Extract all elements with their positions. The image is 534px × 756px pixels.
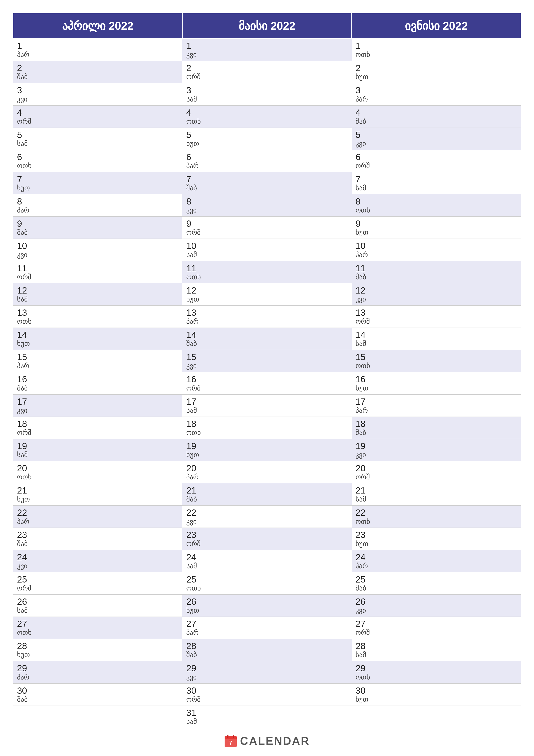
day-name: პარ	[186, 318, 348, 325]
day-number: 10	[186, 241, 348, 251]
day-number: 13	[17, 308, 179, 318]
day-number: 5	[186, 130, 348, 140]
day-name: ორშ	[17, 118, 179, 125]
day-name: ორშ	[355, 629, 517, 636]
day-number: 19	[17, 441, 179, 451]
day-number: 7	[355, 174, 517, 184]
day-number: 8	[186, 197, 348, 206]
day-number: 6	[186, 152, 348, 162]
day-number: 14	[186, 330, 348, 340]
day-number: 4	[17, 108, 179, 118]
calendar-table: აპრილი 2022 მაისი 2022 ივნისი 2022 1პარ1…	[13, 13, 521, 728]
day-name: სამ	[17, 140, 179, 148]
day-number: 16	[355, 374, 517, 384]
header-row: აპრილი 2022 მაისი 2022 ივნისი 2022	[13, 13, 521, 39]
table-row: 4ორშ4ოთხ4შაბ	[13, 105, 521, 127]
day-name: ორშ	[186, 73, 348, 81]
day-name: სამ	[355, 496, 517, 503]
table-row: 6ოთხ6პარ6ორშ	[13, 150, 521, 172]
day-name: პარ	[17, 206, 179, 214]
day-number: 15	[355, 352, 517, 362]
day-name: პარ	[186, 473, 348, 481]
day-number: 23	[355, 530, 517, 540]
day-number: 25	[17, 575, 179, 584]
day-number: 18	[355, 419, 517, 429]
day-number: 16	[186, 374, 348, 384]
day-name: შაბ	[186, 496, 348, 503]
day-name: ორშ	[186, 696, 348, 703]
day-number: 1	[186, 41, 348, 51]
day-number: 8	[17, 197, 179, 206]
day-number: 16	[17, 374, 179, 384]
day-name: სამ	[355, 340, 517, 347]
calendar-icon: 7	[224, 735, 237, 747]
day-number: 21	[355, 486, 517, 496]
day-name: პარ	[186, 162, 348, 170]
day-number: 5	[17, 130, 179, 140]
table-row: 26სამ26ხუთ26კვი	[13, 594, 521, 617]
day-number: 29	[17, 663, 179, 673]
day-name: შაბ	[186, 651, 348, 659]
day-name: კვი	[355, 451, 517, 459]
day-number: 28	[355, 641, 517, 651]
day-number: 23	[17, 530, 179, 540]
day-number: 1	[355, 41, 517, 51]
day-number: 11	[355, 263, 517, 273]
day-name: ოთხ	[186, 273, 348, 281]
day-number: 28	[17, 641, 179, 651]
day-name: კვი	[186, 206, 348, 214]
day-name: შაბ	[186, 184, 348, 192]
day-number: 27	[17, 619, 179, 629]
day-number: 24	[186, 552, 348, 562]
table-row: 24კვი24სამ24პარ	[13, 550, 521, 572]
day-name: ორშ	[186, 229, 348, 236]
day-name: ორშ	[355, 162, 517, 170]
day-name: პარ	[17, 362, 179, 369]
day-number: 5	[355, 130, 517, 140]
day-name: ორშ	[355, 318, 517, 325]
day-name: კვი	[17, 251, 179, 258]
table-row: 19სამ19ხუთ19კვი	[13, 439, 521, 461]
day-number: 13	[186, 308, 348, 318]
day-number: 23	[186, 530, 348, 540]
day-number: 11	[186, 263, 348, 273]
day-number: 27	[186, 619, 348, 629]
day-number: 18	[186, 419, 348, 429]
day-name: ორშ	[355, 473, 517, 481]
day-number: 20	[355, 463, 517, 473]
day-name: პარ	[17, 51, 179, 58]
table-row: 23შაბ23ორშ23ხუთ	[13, 528, 521, 550]
day-name: სამ	[186, 718, 348, 725]
day-name: ოთხ	[355, 51, 517, 58]
svg-text:7: 7	[229, 740, 232, 746]
day-name: პარ	[355, 95, 517, 103]
day-name: ორშ	[17, 273, 179, 281]
table-row: 10კვი10სამ10პარ	[13, 239, 521, 261]
day-number: 3	[355, 85, 517, 95]
day-name: კვი	[355, 607, 517, 614]
table-row: 7ხუთ7შაბ7სამ	[13, 172, 521, 194]
day-name: ორშ	[17, 429, 179, 436]
day-name: ოთხ	[186, 584, 348, 592]
table-row: 1პარ1კვი1ოთხ	[13, 39, 521, 61]
day-name: შაბ	[17, 385, 179, 392]
day-number: 4	[186, 108, 348, 118]
day-name: ოთხ	[355, 206, 517, 214]
day-number: 14	[17, 330, 179, 340]
day-name: შაბ	[17, 696, 179, 703]
day-name: ოთხ	[17, 162, 179, 170]
day-name: ორშ	[17, 584, 179, 592]
table-row: 21ხუთ21შაბ21სამ	[13, 483, 521, 505]
day-number: 30	[355, 686, 517, 696]
day-name: ორშ	[186, 540, 348, 548]
day-number: 2	[186, 63, 348, 73]
day-name: ოთხ	[186, 118, 348, 125]
day-name: ოთხ	[17, 629, 179, 636]
day-name: კვი	[186, 518, 348, 526]
day-name: ხუთ	[355, 229, 517, 236]
may-header: მაისი 2022	[182, 13, 352, 39]
day-name: სამ	[355, 651, 517, 659]
day-name: სამ	[186, 562, 348, 570]
day-name: სამ	[17, 607, 179, 614]
day-name: ოთხ	[186, 429, 348, 436]
